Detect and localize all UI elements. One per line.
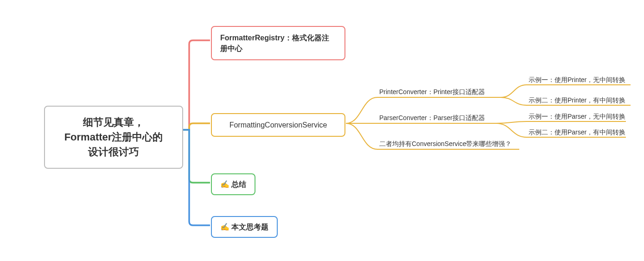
mindmap-canvas: { "root": { "line1": "细节见真章，", "line2": … xyxy=(0,0,644,261)
root-line-3: 设计很讨巧 xyxy=(88,146,139,158)
mid-parser-converter[interactable]: ParserConverter：Parser接口适配器 xyxy=(379,114,485,122)
leaf-printer1-label: 示例一：使用Printer，无中间转换 xyxy=(529,76,625,83)
root-text: 细节见真章， Formatter注册中心的 设计很讨巧 xyxy=(64,115,163,159)
root-line-2: Formatter注册中心的 xyxy=(64,131,163,143)
pencil-icon: ✍ xyxy=(220,222,230,232)
branch-summary[interactable]: ✍ 总结 xyxy=(211,173,255,195)
leaf-printer2-label: 示例二：使用Printer，有中间转换 xyxy=(529,96,625,104)
branch-questions-label: 本文思考题 xyxy=(231,222,268,232)
root-node[interactable]: 细节见真章， Formatter注册中心的 设计很讨巧 xyxy=(44,106,183,169)
mid-parser-label: ParserConverter：Parser接口适配器 xyxy=(379,114,485,121)
leaf-printer-example-2[interactable]: 示例二：使用Printer，有中间转换 xyxy=(529,96,625,105)
branch-service-label: FormattingConversionService xyxy=(230,120,327,130)
branch-formatting-conversion-service[interactable]: FormattingConversionService xyxy=(211,113,345,137)
leaf-parser-example-1[interactable]: 示例一：使用Parser，无中间转换 xyxy=(529,113,625,121)
leaf-parser2-label: 示例二：使用Parser，有中间转换 xyxy=(529,128,625,136)
branch-questions[interactable]: ✍ 本文思考题 xyxy=(211,216,278,238)
leaf-parser1-label: 示例一：使用Parser，无中间转换 xyxy=(529,113,625,120)
mid-enhance-question[interactable]: 二者均持有ConversionService带来哪些增强？ xyxy=(379,140,512,148)
mid-printer-label: PrinterConverter：Printer接口适配器 xyxy=(379,88,485,95)
pencil-icon: ✍ xyxy=(220,179,230,190)
leaf-printer-example-1[interactable]: 示例一：使用Printer，无中间转换 xyxy=(529,76,625,84)
branch-summary-label: 总结 xyxy=(231,179,246,190)
leaf-parser-example-2[interactable]: 示例二：使用Parser，有中间转换 xyxy=(529,128,625,137)
mid-enhance-label: 二者均持有ConversionService带来哪些增强？ xyxy=(379,140,512,147)
root-line-1: 细节见真章， xyxy=(83,116,144,128)
branch-formatter-registry[interactable]: FormatterRegistry：格式化器注册中心 xyxy=(211,26,345,60)
branch-registry-label: FormatterRegistry：格式化器注册中心 xyxy=(220,32,336,54)
mid-printer-converter[interactable]: PrinterConverter：Printer接口适配器 xyxy=(379,88,485,96)
